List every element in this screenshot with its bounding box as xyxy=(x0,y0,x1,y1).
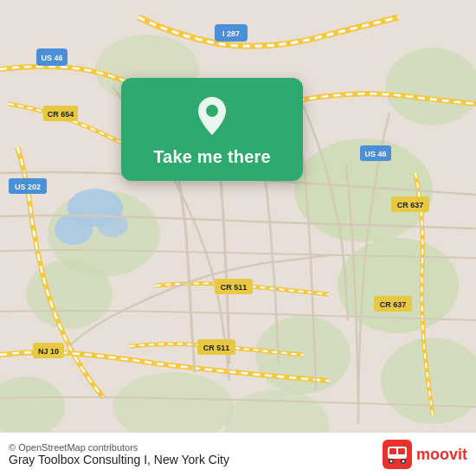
svg-rect-39 xyxy=(398,448,405,454)
svg-point-10 xyxy=(385,48,476,125)
svg-text:CR 637: CR 637 xyxy=(380,300,407,309)
svg-text:US 202: US 202 xyxy=(15,183,41,191)
svg-text:CR 654: CR 654 xyxy=(48,110,74,119)
moovit-brand-text: moovit xyxy=(416,446,467,464)
svg-point-35 xyxy=(206,105,218,117)
location-name: Gray Toolbox Consulting I, New York City xyxy=(9,453,229,466)
svg-text:CR 511: CR 511 xyxy=(221,283,248,292)
osm-attribution: © OpenStreetMap contributors xyxy=(9,442,229,453)
svg-text:CR 637: CR 637 xyxy=(397,201,424,209)
svg-point-43 xyxy=(402,460,404,463)
svg-text:I 287: I 287 xyxy=(222,29,240,38)
svg-point-13 xyxy=(55,214,93,245)
take-me-there-button[interactable]: Take me there xyxy=(153,147,271,167)
svg-text:CR 511: CR 511 xyxy=(203,344,230,352)
svg-point-7 xyxy=(113,372,234,441)
bottom-info: © OpenStreetMap contributors Gray Toolbo… xyxy=(9,442,229,466)
svg-point-42 xyxy=(389,460,392,463)
svg-rect-38 xyxy=(389,448,396,454)
svg-text:US 46: US 46 xyxy=(41,54,62,62)
bottom-bar: © OpenStreetMap contributors Gray Toolbo… xyxy=(0,432,476,476)
take-me-there-card[interactable]: Take me there xyxy=(121,78,303,181)
moovit-logo: moovit xyxy=(383,440,467,469)
location-pin-icon xyxy=(190,93,235,138)
svg-text:NJ 10: NJ 10 xyxy=(38,347,59,356)
map-container: US 46 I 287 CR 654 US 202 US 46 CR 637 C… xyxy=(0,0,476,476)
svg-text:US 46: US 46 xyxy=(364,150,386,158)
moovit-bus-icon xyxy=(383,440,412,469)
map-background: US 46 I 287 CR 654 US 202 US 46 CR 637 C… xyxy=(0,0,476,476)
